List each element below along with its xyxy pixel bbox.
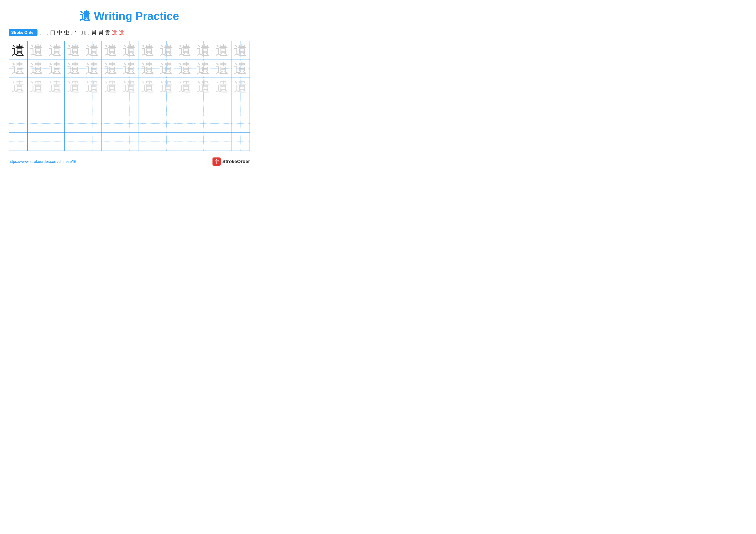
grid-cell-5-12[interactable] <box>231 133 250 151</box>
grid-cell-4-8[interactable] <box>157 114 176 133</box>
grid-cell-1-12[interactable]: 遺 <box>231 59 250 78</box>
practice-char: 遺 <box>12 80 25 94</box>
grid-cell-4-3[interactable] <box>65 114 83 133</box>
grid-cell-0-2[interactable]: 遺 <box>46 41 65 59</box>
grid-cell-2-1[interactable]: 遺 <box>27 78 46 96</box>
stroke-char-0: 、 <box>40 29 45 37</box>
grid-cell-1-0[interactable]: 遺 <box>9 59 27 78</box>
practice-char: 遺 <box>234 61 247 76</box>
grid-cell-2-4[interactable]: 遺 <box>83 78 101 96</box>
grid-cell-3-6[interactable] <box>120 96 139 114</box>
grid-cell-4-9[interactable] <box>176 114 194 133</box>
grid-cell-1-5[interactable]: 遺 <box>101 59 120 78</box>
grid-cell-4-12[interactable] <box>231 114 250 133</box>
grid-cell-1-7[interactable]: 遺 <box>139 59 157 78</box>
grid-cell-0-3[interactable]: 遺 <box>65 41 83 59</box>
grid-cell-2-10[interactable]: 遺 <box>194 78 213 96</box>
grid-cell-0-8[interactable]: 遺 <box>157 41 176 59</box>
practice-char: 遺 <box>104 61 118 76</box>
grid-cell-4-2[interactable] <box>46 114 65 133</box>
grid-cell-3-1[interactable] <box>27 96 46 114</box>
grid-cell-4-11[interactable] <box>213 114 231 133</box>
grid-cell-4-1[interactable] <box>27 114 46 133</box>
grid-cell-5-2[interactable] <box>46 133 65 151</box>
grid-cell-2-0[interactable]: 遺 <box>9 78 27 96</box>
grid-cell-0-11[interactable]: 遺 <box>213 41 231 59</box>
grid-cell-1-8[interactable]: 遺 <box>157 59 176 78</box>
stroke-char-9: 𠂈 <box>88 30 90 36</box>
grid-cell-3-4[interactable] <box>83 96 101 114</box>
grid-cell-5-3[interactable] <box>65 133 83 151</box>
grid-cell-5-7[interactable] <box>139 133 157 151</box>
practice-char: 遺 <box>86 80 99 94</box>
stroke-order-badge: Stroke Order <box>9 29 38 36</box>
stroke-char-6: 𠂉 <box>74 30 80 36</box>
grid-cell-0-10[interactable]: 遺 <box>194 41 213 59</box>
grid-cell-5-11[interactable] <box>213 133 231 151</box>
grid-cell-4-10[interactable] <box>194 114 213 133</box>
stroke-order-row: Stroke Order 、𠃍口中虫𠂇𠂉𠂈𠂈𠂈貝貝貴遺遺 <box>9 29 250 37</box>
stroke-char-2: 口 <box>50 29 56 37</box>
grid-cell-2-11[interactable]: 遺 <box>213 78 231 96</box>
practice-char: 遺 <box>48 61 62 76</box>
grid-cell-5-10[interactable] <box>194 133 213 151</box>
grid-cell-2-3[interactable]: 遺 <box>65 78 83 96</box>
grid-cell-3-12[interactable] <box>231 96 250 114</box>
grid-cell-1-6[interactable]: 遺 <box>120 59 139 78</box>
grid-cell-3-2[interactable] <box>46 96 65 114</box>
grid-cell-1-4[interactable]: 遺 <box>83 59 101 78</box>
grid-cell-2-9[interactable]: 遺 <box>176 78 194 96</box>
grid-cell-0-6[interactable]: 遺 <box>120 41 139 59</box>
grid-row-4 <box>9 114 250 133</box>
grid-cell-1-3[interactable]: 遺 <box>65 59 83 78</box>
practice-char: 遺 <box>141 80 154 94</box>
grid-cell-5-5[interactable] <box>101 133 120 151</box>
grid-cell-2-6[interactable]: 遺 <box>120 78 139 96</box>
stroke-char-10: 貝 <box>91 29 96 37</box>
grid-cell-3-11[interactable] <box>213 96 231 114</box>
grid-cell-2-5[interactable]: 遺 <box>101 78 120 96</box>
grid-cell-5-0[interactable] <box>9 133 27 151</box>
grid-cell-1-1[interactable]: 遺 <box>27 59 46 78</box>
grid-cell-4-4[interactable] <box>83 114 101 133</box>
grid-cell-1-10[interactable]: 遺 <box>194 59 213 78</box>
grid-cell-0-4[interactable]: 遺 <box>83 41 101 59</box>
practice-char: 遺 <box>104 80 118 94</box>
grid-cell-0-12[interactable]: 遺 <box>231 41 250 59</box>
grid-cell-1-2[interactable]: 遺 <box>46 59 65 78</box>
grid-cell-0-9[interactable]: 遺 <box>176 41 194 59</box>
grid-cell-3-8[interactable] <box>157 96 176 114</box>
grid-cell-0-5[interactable]: 遺 <box>101 41 120 59</box>
grid-cell-4-5[interactable] <box>101 114 120 133</box>
grid-cell-3-9[interactable] <box>176 96 194 114</box>
grid-cell-4-0[interactable] <box>9 114 27 133</box>
grid-cell-2-7[interactable]: 遺 <box>139 78 157 96</box>
grid-cell-4-6[interactable] <box>120 114 139 133</box>
grid-cell-3-10[interactable] <box>194 96 213 114</box>
footer-url[interactable]: https://www.strokeorder.com/chinese/遺 <box>9 159 77 164</box>
grid-cell-5-1[interactable] <box>27 133 46 151</box>
grid-cell-0-7[interactable]: 遺 <box>139 41 157 59</box>
stroke-char-7: 𠂈 <box>81 30 83 36</box>
stroke-char-1: 𠃍 <box>46 30 49 36</box>
grid-cell-3-7[interactable] <box>139 96 157 114</box>
grid-cell-5-6[interactable] <box>120 133 139 151</box>
grid-cell-0-0[interactable]: 遺 <box>9 41 27 59</box>
grid-cell-1-9[interactable]: 遺 <box>176 59 194 78</box>
grid-cell-4-7[interactable] <box>139 114 157 133</box>
grid-cell-5-9[interactable] <box>176 133 194 151</box>
practice-char: 遺 <box>86 43 99 58</box>
grid-cell-3-3[interactable] <box>65 96 83 114</box>
grid-cell-3-5[interactable] <box>101 96 120 114</box>
stroke-char-12: 貴 <box>105 29 110 37</box>
grid-cell-5-8[interactable] <box>157 133 176 151</box>
grid-cell-2-2[interactable]: 遺 <box>46 78 65 96</box>
grid-cell-2-12[interactable]: 遺 <box>231 78 250 96</box>
grid-cell-3-0[interactable] <box>9 96 27 114</box>
grid-cell-2-8[interactable]: 遺 <box>157 78 176 96</box>
practice-char: 遺 <box>141 43 154 58</box>
grid-cell-1-11[interactable]: 遺 <box>213 59 231 78</box>
grid-row-5 <box>9 133 250 151</box>
grid-cell-5-4[interactable] <box>83 133 101 151</box>
grid-cell-0-1[interactable]: 遺 <box>27 41 46 59</box>
